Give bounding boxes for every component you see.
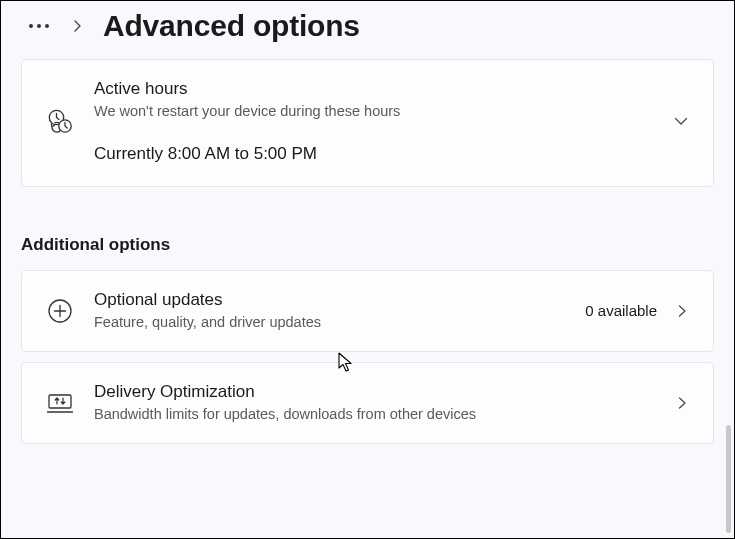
active-hours-status: Currently 8:00 AM to 5:00 PM <box>94 144 653 164</box>
optional-updates-subtitle: Feature, quality, and driver updates <box>94 312 565 333</box>
svg-rect-3 <box>49 395 71 408</box>
page-header: Advanced options <box>1 1 734 59</box>
delivery-optimization-icon <box>46 389 74 417</box>
active-hours-title: Active hours <box>94 78 653 101</box>
delivery-optimization-card[interactable]: Delivery Optimization Bandwidth limits f… <box>21 362 714 444</box>
more-options-icon[interactable] <box>25 20 53 32</box>
active-hours-subtitle: We won't restart your device during thes… <box>94 101 653 122</box>
optional-updates-count: 0 available <box>585 302 657 319</box>
active-hours-body: Active hours We won't restart your devic… <box>94 78 653 164</box>
additional-options-heading: Additional options <box>21 235 734 255</box>
delivery-optimization-title: Delivery Optimization <box>94 381 655 404</box>
scrollbar-thumb[interactable] <box>726 425 731 533</box>
chevron-right-icon <box>675 304 689 318</box>
optional-updates-card[interactable]: Optional updates Feature, quality, and d… <box>21 270 714 352</box>
delivery-optimization-body: Delivery Optimization Bandwidth limits f… <box>94 381 655 425</box>
chevron-right-icon <box>675 396 689 410</box>
page-title: Advanced options <box>103 9 360 43</box>
delivery-optimization-subtitle: Bandwidth limits for updates, downloads … <box>94 404 655 425</box>
chevron-down-icon <box>673 113 689 129</box>
plus-circle-icon <box>46 297 74 325</box>
breadcrumb-chevron-icon[interactable] <box>71 19 85 33</box>
optional-updates-title: Optional updates <box>94 289 565 312</box>
active-hours-icon <box>46 107 74 135</box>
active-hours-card[interactable]: Active hours We won't restart your devic… <box>21 59 714 187</box>
optional-updates-body: Optional updates Feature, quality, and d… <box>94 289 565 333</box>
